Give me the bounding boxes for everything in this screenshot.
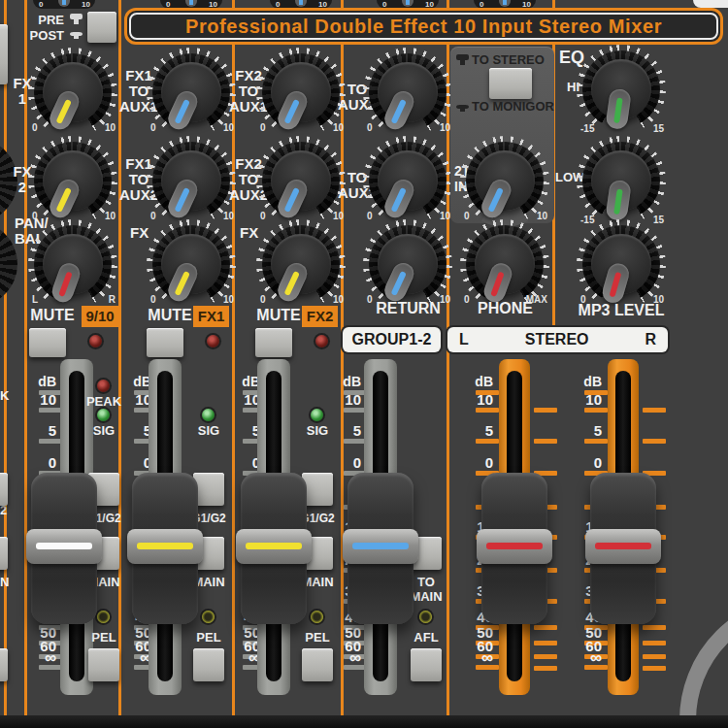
banner-title: Professional Double Effect 10 Input Ster…: [129, 13, 718, 40]
mute-led-fx2: [315, 335, 328, 347]
to-aux1-knob[interactable]: 010: [363, 48, 452, 137]
channel-910-badge: 9/10: [82, 306, 118, 327]
pel-led-fx1: [202, 611, 215, 623]
pel-button-fx1[interactable]: [193, 648, 224, 681]
afl-led: [419, 611, 432, 623]
pel-button-910[interactable]: [88, 648, 119, 681]
panel-bottom-edge: [0, 715, 728, 728]
fader-cap-fx2[interactable]: [241, 473, 307, 624]
afl-button[interactable]: [411, 648, 442, 681]
sig-label: SIG: [180, 423, 238, 438]
knob-max-label: 10: [82, 0, 90, 9]
pel-label: PEL: [82, 630, 126, 645]
pel-led-910: [97, 611, 110, 623]
partial-button: [0, 473, 8, 506]
partial-button: [0, 648, 8, 681]
edge-fragment: N: [0, 575, 9, 589]
mute-button-fx1[interactable]: [147, 328, 183, 357]
banner: Professional Double Effect 10 Input Ster…: [124, 8, 723, 45]
pel-led-fx2: [311, 611, 323, 623]
sig-led-910: [97, 409, 110, 421]
mute-button-fx2[interactable]: [255, 328, 292, 357]
channel-fx1-badge: FX1: [193, 306, 229, 327]
fader-cap-fx1[interactable]: [132, 473, 198, 624]
sig-led-fx2: [311, 409, 323, 421]
return-knob[interactable]: 010: [363, 219, 452, 309]
pre-icon: [70, 14, 83, 25]
partial-button: [0, 24, 8, 84]
partial-label-pill: [693, 0, 728, 8]
fader-cap-master-l[interactable]: [481, 473, 547, 624]
peak-led-910: [97, 380, 110, 392]
sig-led-fx1: [202, 409, 215, 421]
mixer-panel: 0 10 0 10 0 10 0 10 0 10 K 2 N Professio…: [0, 0, 728, 728]
fx1-to-aux2-knob[interactable]: 010: [147, 136, 236, 225]
fx-send-a-knob[interactable]: 010: [147, 219, 236, 309]
return-knob-label: RETURN: [367, 301, 449, 316]
pre-post-switch[interactable]: [87, 12, 116, 43]
fx1-to-aux1-knob[interactable]: 010: [147, 48, 236, 137]
decorative-arc: [679, 594, 728, 728]
separator: [4, 0, 7, 715]
mute-led-fx1: [207, 335, 219, 347]
pel-button-fx2[interactable]: [302, 648, 333, 681]
to-aux2-knob[interactable]: 010: [363, 136, 452, 225]
afl-label: AFL: [404, 630, 448, 645]
post-icon: [70, 28, 83, 40]
partial-button: [0, 537, 8, 570]
fader-cap-master-r[interactable]: [590, 473, 656, 624]
pel-label: PEL: [186, 630, 231, 645]
fader-cap-910[interactable]: [31, 473, 97, 624]
monitor-select-button[interactable]: [489, 68, 532, 99]
fader-cap-group[interactable]: [347, 473, 414, 624]
mute-led-910: [89, 335, 102, 347]
edge-fragment: K: [0, 388, 9, 403]
